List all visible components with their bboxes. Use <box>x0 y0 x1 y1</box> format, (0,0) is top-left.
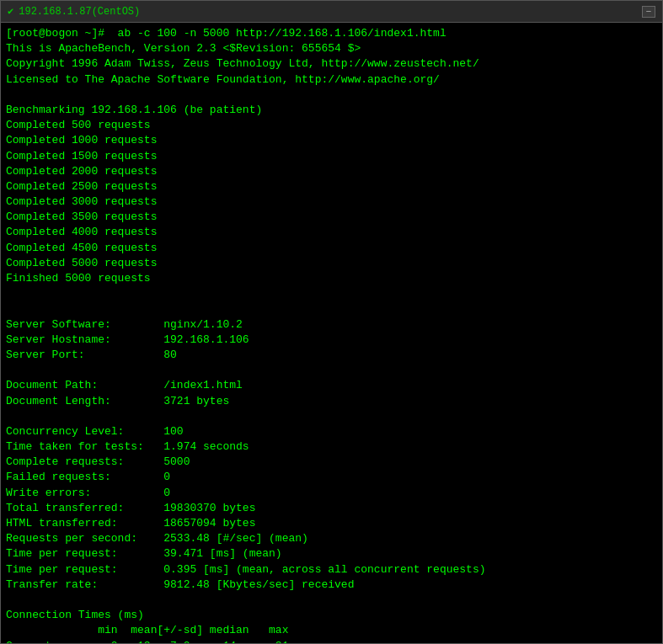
terminal-line: Benchmarking 192.168.1.106 (be patient) <box>6 103 657 118</box>
terminal-line: Time per request: 0.395 [ms] (mean, acro… <box>6 562 657 577</box>
terminal-line: min mean[+/-sd] median max <box>6 623 657 638</box>
terminal-line: Finished 5000 requests <box>6 271 657 286</box>
terminal-window: ✔ 192.168.1.87(CentOS) ─ [root@bogon ~]#… <box>0 0 663 644</box>
window-title: 192.168.1.87(CentOS) <box>19 6 140 18</box>
title-bar: ✔ 192.168.1.87(CentOS) ─ <box>1 1 662 23</box>
terminal-line: Time taken for tests: 1.974 seconds <box>6 439 657 455</box>
terminal-line: Time per request: 39.471 [ms] (mean) <box>6 546 657 562</box>
terminal-line <box>6 88 657 103</box>
terminal-line: Total transferred: 19830370 bytes <box>6 501 657 516</box>
terminal-line <box>6 363 657 378</box>
terminal-line: HTML transferred: 18657094 bytes <box>6 516 657 531</box>
terminal-line: Requests per second: 2533.48 [#/sec] (me… <box>6 531 657 546</box>
terminal-line: Connection Times (ms) <box>6 608 657 623</box>
terminal-line: Copyright 1996 Adam Twiss, Zeus Technolo… <box>6 56 657 72</box>
terminal-line: This is ApacheBench, Version 2.3 <$Revis… <box>6 41 657 56</box>
terminal-line: Concurrency Level: 100 <box>6 424 657 439</box>
terminal-line: Transfer rate: 9812.48 [Kbytes/sec] rece… <box>6 577 657 593</box>
terminal-line: Connect: 0 13 7.0 14 31 <box>6 639 657 644</box>
terminal-line: Completed 2000 requests <box>6 164 657 179</box>
terminal-line: Server Software: nginx/1.10.2 <box>6 317 657 333</box>
terminal-line: Server Hostname: 192.168.1.106 <box>6 333 657 348</box>
terminal-line: Completed 2500 requests <box>6 179 657 194</box>
terminal-line: Completed 3000 requests <box>6 194 657 210</box>
terminal-body[interactable]: [root@bogon ~]# ab -c 100 -n 5000 http:/… <box>1 23 662 643</box>
title-bar-controls: ─ <box>642 6 655 18</box>
terminal-line: Completed 1000 requests <box>6 133 657 148</box>
terminal-line: Server Port: 80 <box>6 348 657 363</box>
terminal-line: Completed 1500 requests <box>6 149 657 164</box>
terminal-line: Completed 5000 requests <box>6 256 657 271</box>
minimize-button[interactable]: ─ <box>642 6 655 18</box>
terminal-line: Complete requests: 5000 <box>6 455 657 470</box>
title-bar-left: ✔ 192.168.1.87(CentOS) <box>8 5 140 18</box>
terminal-line: Document Length: 3721 bytes <box>6 394 657 409</box>
terminal-line: Completed 3500 requests <box>6 210 657 225</box>
terminal-line: Document Path: /index1.html <box>6 378 657 393</box>
terminal-line: Completed 500 requests <box>6 118 657 133</box>
terminal-line: Completed 4500 requests <box>6 241 657 256</box>
terminal-line <box>6 286 657 301</box>
terminal-line: [root@bogon ~]# ab -c 100 -n 5000 http:/… <box>6 26 657 41</box>
check-icon: ✔ <box>8 5 13 18</box>
terminal-line <box>6 593 657 608</box>
terminal-line <box>6 301 657 317</box>
terminal-line: Completed 4000 requests <box>6 225 657 240</box>
terminal-line: Write errors: 0 <box>6 486 657 501</box>
terminal-line: Licensed to The Apache Software Foundati… <box>6 72 657 88</box>
terminal-line: Failed requests: 0 <box>6 470 657 485</box>
terminal-line <box>6 409 657 424</box>
